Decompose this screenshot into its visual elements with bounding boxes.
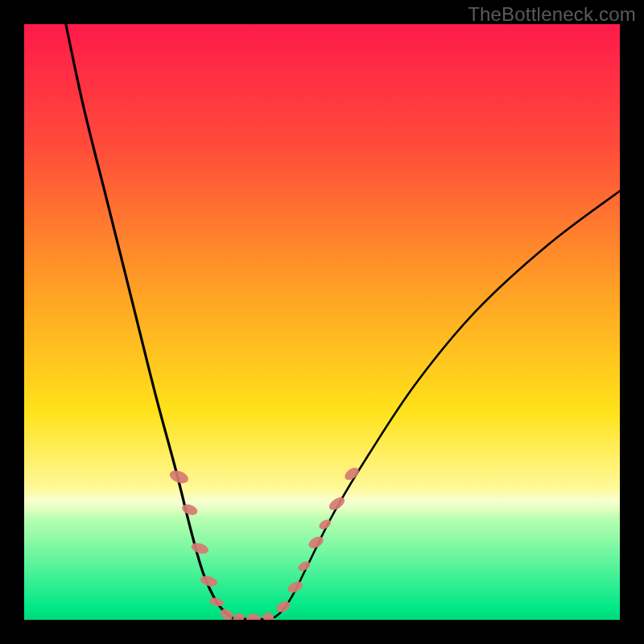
gradient-background	[24, 24, 620, 620]
chart-svg	[24, 24, 620, 620]
watermark-text: TheBottleneck.com	[468, 3, 636, 26]
plot-area	[24, 24, 620, 620]
chart-frame: TheBottleneck.com	[0, 0, 644, 644]
